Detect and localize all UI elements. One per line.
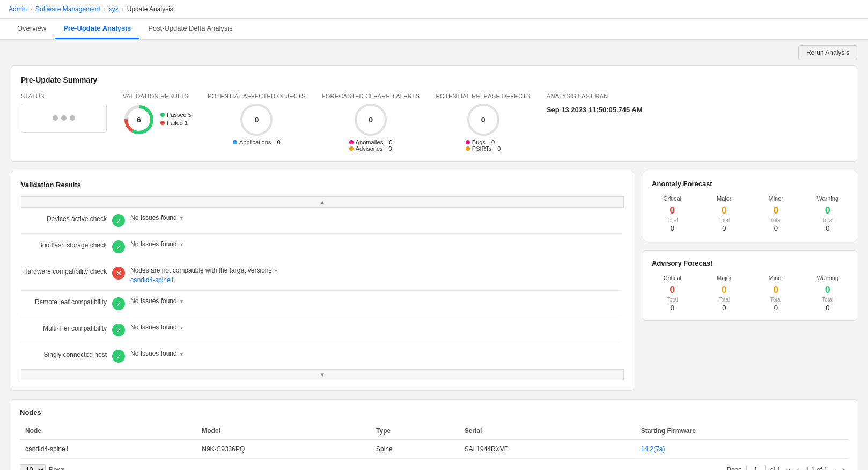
anomaly-minor-label: Minor	[768, 195, 783, 202]
potential-objects-section: 0 Applications 0	[208, 104, 306, 145]
advisory-critical-label: Critical	[663, 275, 681, 281]
rows-per-page-select[interactable]: 10 25 50	[20, 464, 46, 470]
check-name-hardware: Hardware compatibility check	[21, 267, 107, 275]
status-label: Status	[21, 93, 107, 99]
anomaly-warning-num: 0	[825, 205, 830, 216]
bugs-label: Bugs	[472, 139, 486, 145]
advisory-warning-label: Warning	[816, 275, 838, 281]
anomaly-minor-total-label: Total	[770, 217, 782, 223]
col-firmware: Starting Firmware	[636, 423, 848, 439]
forecasted-section: 0 Anomalies 0 Advisories 0	[322, 104, 420, 152]
analysis-time-value: Sep 13 2023 11:50:05.745 AM	[547, 106, 643, 114]
prev-page-btn[interactable]: ‹	[795, 465, 801, 470]
advisory-minor: Minor 0 Total 0	[755, 275, 797, 312]
bugs-dot	[466, 140, 470, 144]
check-name-multitier: Multi-Tier compatibility	[21, 324, 107, 332]
breadcrumb-admin[interactable]: Admin	[9, 5, 27, 13]
dot1	[53, 115, 58, 121]
check-icon-hardware: ✕	[112, 267, 125, 280]
forecasted-legend: Anomalies 0 Advisories 0	[349, 139, 393, 152]
table-footer: 10 25 50 Rows Page of 1 « ‹ 1-1 of 1 › »	[20, 464, 848, 470]
advisory-warning: Warning 0 Total 0	[807, 275, 849, 312]
result-text-remote-leaf: No Issues found	[130, 297, 177, 305]
bugs-value: 0	[491, 139, 495, 145]
validation-item-remote-leaf: Remote leaf compatibility ✓ No Issues fo…	[21, 291, 622, 317]
advisory-critical-num: 0	[670, 284, 675, 296]
anomaly-major: Major 0 Total 0	[704, 195, 745, 232]
failed-label: Failed 1	[167, 120, 188, 126]
nodes-section: Nodes Node Model Type Serial Starting Fi…	[11, 399, 857, 470]
page-input[interactable]	[746, 465, 766, 470]
anomaly-warning-total-label: Total	[822, 217, 833, 223]
anomaly-critical-total-label: Total	[667, 217, 678, 223]
nodes-header-row: Node Model Type Serial Starting Firmware	[20, 423, 848, 439]
anomalies-label: Anomalies	[356, 139, 383, 145]
release-defects-label: POTENTIAL RELEASE DEFECTS	[436, 93, 530, 99]
col-node: Node	[20, 423, 196, 439]
cell-model: N9K-C9336PQ	[196, 439, 371, 459]
chevron-multitier: ▾	[180, 325, 183, 331]
applications-value: 0	[277, 139, 280, 145]
tab-overview[interactable]: Overview	[9, 19, 55, 39]
anomaly-critical-total: 0	[671, 224, 674, 232]
tab-post-update[interactable]: Post-Update Delta Analysis	[139, 19, 241, 39]
check-name-remote-leaf: Remote leaf compatibility	[21, 297, 107, 306]
hardware-link[interactable]: candid4-spine1	[130, 276, 277, 284]
check-icon-remote-leaf: ✓	[112, 297, 125, 310]
chevron-hardware: ▾	[275, 268, 277, 274]
advisories-label: Advisories	[356, 145, 383, 152]
check-result-bootflash: No Issues found ▾	[130, 240, 183, 248]
breadcrumb-sep1: ›	[30, 5, 32, 13]
anomaly-forecast-grid: Critical 0 Total 0 Major 0 Total 0 Minor…	[652, 195, 848, 232]
last-page-btn[interactable]: »	[840, 465, 848, 470]
tab-pre-update[interactable]: Pre-Update Analysis	[55, 19, 139, 39]
advisory-major-label: Major	[717, 275, 732, 281]
potential-objects-label: POTENTIAL AFFECTED OBJECTS	[208, 93, 306, 99]
breadcrumb-sep3: ›	[122, 5, 124, 13]
result-row-multitier[interactable]: No Issues found ▾	[130, 324, 183, 331]
cell-serial: SAL1944RXVF	[459, 439, 636, 459]
first-page-btn[interactable]: «	[785, 465, 793, 470]
chevron-singly: ▾	[180, 351, 183, 357]
result-row-bootflash[interactable]: No Issues found ▾	[130, 240, 183, 248]
breadcrumb-software-management[interactable]: Software Management	[35, 5, 100, 13]
forecasted-label: FORECASTED CLEARED ALERTS	[322, 93, 420, 99]
anomaly-critical-num: 0	[670, 205, 675, 216]
psirts-label: PSIRTs	[472, 145, 491, 152]
validation-donut-wrap: 6 Passed 5 Failed 1	[123, 104, 192, 136]
result-text-singly: No Issues found	[130, 350, 177, 357]
cell-node: candid4-spine1	[20, 439, 196, 459]
release-defects-section: 0 Bugs 0 PSIRTs 0	[436, 104, 530, 152]
advisory-forecast-title: Advisory Forecast	[652, 259, 848, 267]
next-page-btn[interactable]: ›	[832, 465, 838, 470]
anomaly-minor-total: 0	[774, 224, 778, 232]
passed-label: Passed 5	[167, 112, 192, 118]
scroll-down-btn[interactable]: ▼	[21, 369, 624, 380]
advisory-minor-total: 0	[774, 304, 778, 312]
result-row-devices[interactable]: No Issues found ▾	[130, 214, 183, 222]
result-row-hardware[interactable]: Nodes are not compatible with the target…	[130, 267, 277, 274]
validation-title: Validation Results	[21, 181, 624, 189]
advisories-value: 0	[389, 145, 392, 152]
breadcrumb-xyz[interactable]: xyz	[109, 5, 119, 13]
rerun-button[interactable]: Rerun Analysis	[798, 45, 857, 60]
scroll-up-btn[interactable]: ▲	[21, 196, 624, 208]
check-icon-singly: ✓	[112, 350, 125, 363]
cell-type: Spine	[371, 439, 459, 459]
summary-title: Pre-Update Summary	[21, 76, 847, 84]
table-row: candid4-spine1 N9K-C9336PQ Spine SAL1944…	[20, 439, 848, 459]
analysis-last-ran-label: Analysis Last Ran	[547, 93, 643, 99]
anomaly-major-total-label: Total	[718, 217, 730, 223]
cell-firmware[interactable]: 14.2(7a)	[636, 439, 848, 459]
advisory-major-num: 0	[722, 284, 727, 296]
breadcrumb-sep2: ›	[104, 5, 106, 13]
advisory-forecast-grid: Critical 0 Total 0 Major 0 Total 0 Minor…	[652, 275, 848, 312]
check-icon-bootflash: ✓	[112, 240, 125, 253]
anomaly-warning-label: Warning	[816, 195, 838, 202]
validation-item-devices: Devices active check ✓ No Issues found ▾	[21, 208, 622, 234]
chevron-bootflash: ▾	[180, 241, 183, 247]
tabs: Overview Pre-Update Analysis Post-Update…	[0, 19, 868, 40]
advisory-minor-num: 0	[773, 284, 778, 296]
result-row-remote-leaf[interactable]: No Issues found ▾	[130, 297, 183, 305]
result-row-singly[interactable]: No Issues found ▾	[130, 350, 183, 357]
